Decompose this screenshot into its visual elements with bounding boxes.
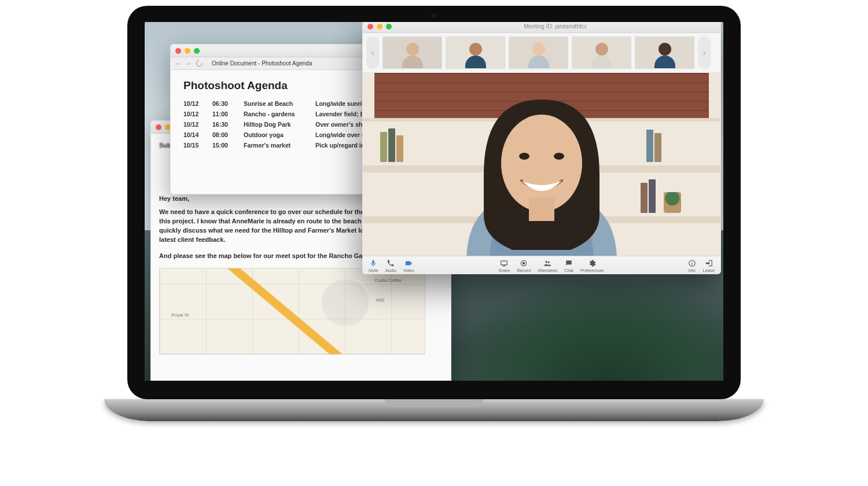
laptop-frame: Sub Hey team, We need to have a quick co…: [104, 6, 764, 457]
agenda-cell-date: 10/12: [183, 100, 204, 107]
svg-rect-11: [692, 261, 692, 262]
svg-rect-1: [529, 198, 554, 221]
zoom-icon[interactable]: [386, 24, 392, 30]
leave-icon: [705, 259, 713, 267]
participant-thumb-1[interactable]: [382, 36, 442, 69]
back-icon[interactable]: ←: [175, 60, 181, 67]
info-label: Info: [688, 268, 696, 273]
video-titlebar[interactable]: Meeting ID: janesmithfcc: [363, 22, 720, 33]
record-button[interactable]: Record: [517, 259, 531, 273]
chat-button[interactable]: Chat: [564, 259, 573, 273]
record-label: Record: [517, 268, 531, 273]
agenda-cell-date: 10/14: [183, 131, 204, 138]
participant-thumb-5[interactable]: [635, 36, 694, 69]
desktop-screen: Sub Hey team, We need to have a quick co…: [145, 22, 723, 381]
zoom-icon[interactable]: [194, 48, 200, 54]
agenda-cell-location: Hilltop Dog Park: [244, 121, 307, 128]
svg-point-0: [501, 115, 582, 212]
people-icon: [543, 259, 551, 267]
document-traffic-lights[interactable]: [175, 48, 200, 54]
agenda-cell-date: 10/12: [183, 111, 204, 117]
svg-point-2: [519, 153, 529, 160]
video-traffic-lights[interactable]: [367, 24, 392, 30]
agenda-cell-location: Outdoor yoga: [244, 131, 307, 138]
webcam-dot: [431, 13, 437, 19]
active-speaker-video[interactable]: [363, 73, 720, 256]
svg-point-7: [546, 260, 548, 263]
map-label-a20: A20: [376, 297, 384, 303]
chat-icon: [565, 259, 573, 267]
laptop-lid: Sub Hey team, We need to have a quick co…: [127, 6, 741, 399]
mic-icon: [369, 259, 377, 267]
participant-thumb-2[interactable]: [446, 36, 505, 69]
close-icon[interactable]: [367, 24, 373, 30]
map-label-royal: Royal St: [171, 312, 189, 318]
agenda-cell-time: 16:30: [212, 121, 236, 128]
laptop-notch: [385, 399, 483, 407]
email-map[interactable]: Costa Coffee Royal St A20: [159, 268, 425, 355]
minimize-icon[interactable]: [185, 48, 190, 54]
agenda-cell-date: 10/12: [183, 121, 204, 128]
video-label: Video: [403, 268, 414, 273]
mute-label: Mute: [369, 268, 378, 273]
video-button[interactable]: Video: [403, 259, 414, 273]
video-toolbar: MuteAudioVideo ShareRecordAttendeesChatP…: [363, 256, 720, 274]
agenda-cell-time: 08:00: [212, 131, 236, 138]
info-icon: [688, 259, 696, 267]
share-button[interactable]: Share: [498, 259, 510, 273]
audio-label: Audio: [385, 268, 396, 273]
attendees-button[interactable]: Attendees: [538, 259, 557, 273]
close-icon[interactable]: [175, 48, 181, 54]
minimize-icon[interactable]: [377, 24, 382, 30]
laptop-base: [104, 399, 764, 421]
chat-label: Chat: [564, 268, 573, 273]
share-icon: [500, 259, 508, 267]
meeting-id-label: Meeting ID: janesmithfcc: [395, 23, 716, 30]
agenda-cell-time: 15:00: [212, 142, 236, 149]
map-label-costa: Costa Coffee: [374, 278, 402, 283]
svg-point-6: [523, 262, 525, 264]
agenda-cell-location: Farmer's market: [244, 142, 307, 149]
agenda-cell-time: 06:30: [212, 100, 236, 107]
participant-thumb-3[interactable]: [509, 36, 568, 69]
leave-label: Leave: [703, 268, 715, 273]
refresh-icon[interactable]: [195, 59, 204, 68]
camera-icon: [404, 259, 413, 267]
participant-thumbnails: ‹ ›: [363, 33, 720, 73]
mute-button[interactable]: Mute: [369, 259, 378, 273]
phone-icon: [387, 259, 395, 267]
close-icon[interactable]: [156, 124, 161, 130]
preferences-label: Preferences: [580, 268, 604, 273]
preferences-button[interactable]: Preferences: [580, 259, 604, 273]
agenda-cell-date: 10/15: [183, 142, 204, 149]
active-speaker-avatar: [432, 88, 652, 256]
document-tab-title: Online Document - Photoshoot Agenda: [212, 60, 312, 67]
svg-rect-4: [501, 260, 507, 264]
agenda-cell-location: Rancho - gardens: [244, 111, 307, 117]
video-conference-window: Meeting ID: janesmithfcc ‹ ›: [362, 22, 721, 274]
info-button[interactable]: Info: [688, 259, 696, 273]
svg-point-8: [548, 261, 550, 263]
participant-thumb-4[interactable]: [572, 36, 631, 69]
svg-point-3: [554, 153, 564, 160]
share-label: Share: [498, 268, 510, 273]
gear-icon: [588, 259, 596, 267]
leave-button[interactable]: Leave: [703, 259, 715, 273]
record-icon: [520, 259, 528, 267]
thumbnails-prev-button[interactable]: ‹: [366, 36, 379, 69]
agenda-cell-time: 11:00: [212, 111, 236, 117]
audio-button[interactable]: Audio: [385, 259, 396, 273]
attendees-label: Attendees: [538, 268, 557, 273]
forward-icon[interactable]: →: [186, 60, 192, 67]
agenda-cell-location: Sunrise at Beach: [244, 100, 307, 107]
thumbnails-next-button[interactable]: ›: [698, 36, 711, 69]
svg-rect-10: [692, 262, 692, 264]
